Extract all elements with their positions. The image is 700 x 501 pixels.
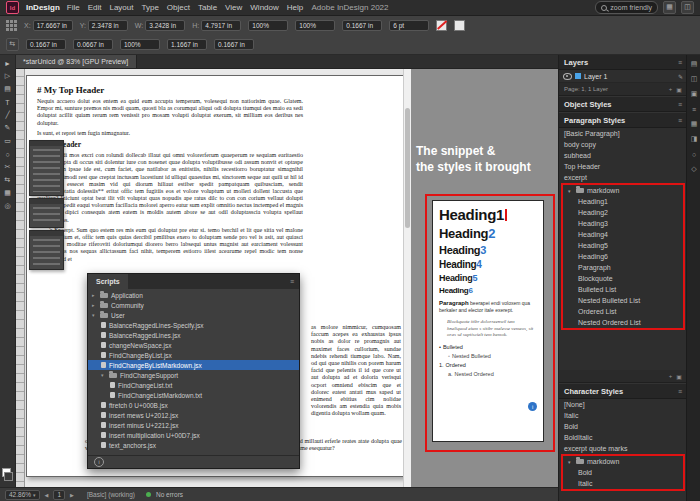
visibility-eye-icon[interactable] xyxy=(563,73,572,80)
paragraph-style-bulleted-list[interactable]: Bulleted List xyxy=(563,284,683,295)
stroke-panel-icon[interactable]: ≡ xyxy=(689,104,699,114)
opacity-field[interactable]: 100% xyxy=(120,39,160,50)
scripts-panel-tab[interactable]: Scripts xyxy=(88,274,128,289)
paragraph-style-nested-ordered-list[interactable]: Nested Ordered List xyxy=(563,317,683,328)
stroke-swatch-icon[interactable] xyxy=(454,20,465,31)
stroke-swatch[interactable] xyxy=(4,472,13,481)
selection-tool-icon[interactable]: ► xyxy=(2,58,13,68)
paragraph-style-heading6[interactable]: Heading6 xyxy=(563,251,683,262)
panel-menu-icon[interactable]: ≡ xyxy=(678,101,682,108)
page-prev-button[interactable]: ◀ xyxy=(45,492,49,498)
gradient-tool-icon[interactable]: ▦ xyxy=(2,188,13,198)
zoom-level-select[interactable]: 42.86% ▾ xyxy=(5,490,40,500)
document-tab[interactable]: *starUnicd @ 83% [GPU Preview] xyxy=(15,54,137,68)
script-item-findchangelist-txt[interactable]: FindChangeList.txt xyxy=(88,380,299,390)
layers-panel-tab[interactable]: Layers xyxy=(564,58,588,67)
disclosure-icon[interactable]: ▾ xyxy=(568,188,573,194)
character-style-italic[interactable]: Italic xyxy=(563,478,683,489)
collapsed-panel-stub-3[interactable] xyxy=(29,230,64,270)
panel-menu-icon[interactable]: ≡ xyxy=(678,117,682,124)
character-style-markdown[interactable]: ▾markdown xyxy=(563,456,683,467)
page-next-button[interactable]: ▶ xyxy=(70,492,74,498)
paragraph-style-subhead[interactable]: subhead xyxy=(559,150,687,161)
character-styles-panel-tab[interactable]: Character Styles xyxy=(564,387,623,396)
line-tool-icon[interactable]: ╱ xyxy=(2,110,13,120)
script-item-findchangebylist-jsx[interactable]: FindChangeByList.jsx xyxy=(88,350,299,360)
search-box[interactable]: zoom friendly xyxy=(595,1,658,14)
x-position-field[interactable]: 17.6667 in xyxy=(33,20,73,31)
script-item-findchangebylistmarkdown-jsx[interactable]: FindChangeByListMarkdown.jsx xyxy=(88,360,299,370)
ellipse-tool-icon[interactable]: ○ xyxy=(2,149,13,159)
links-panel-icon[interactable]: ▣ xyxy=(689,89,699,99)
scale-x-field[interactable]: 100% xyxy=(248,20,288,31)
script-item-user[interactable]: ▾User xyxy=(88,310,299,320)
paragraph-style-blockquote[interactable]: Blockquote xyxy=(563,273,683,284)
script-item-community[interactable]: ▸Community xyxy=(88,300,299,310)
panel-menu-icon[interactable]: ≡ xyxy=(285,278,299,285)
character-style-bolditalic[interactable]: BoldItalic xyxy=(559,432,687,443)
column-width-field[interactable]: 1.1667 in xyxy=(167,39,207,50)
y-position-field[interactable]: 2.3478 in xyxy=(88,20,128,31)
script-item-text-anchors-jsx[interactable]: text_anchors.jsx xyxy=(88,440,299,450)
paragraph-style-heading3[interactable]: Heading3 xyxy=(563,218,683,229)
cc-libraries-panel-icon[interactable]: ◇ xyxy=(689,164,699,174)
info-icon[interactable]: i xyxy=(94,457,104,467)
script-item-ftretch-0-u-000b-jsx[interactable]: ftretch 0 U+000B.jsx xyxy=(88,400,299,410)
menu-object[interactable]: Object xyxy=(167,3,190,12)
flip-horizontal-icon[interactable]: ⇆ xyxy=(6,38,19,51)
paragraph-style-body-copy[interactable]: body copy xyxy=(559,139,687,150)
collapsed-panel-stub-1[interactable] xyxy=(29,140,64,196)
menu-window[interactable]: Window xyxy=(250,3,278,12)
object-styles-panel-tab[interactable]: Object Styles xyxy=(564,100,612,109)
stroke-weight-field[interactable]: 6 pt xyxy=(389,20,429,31)
scissors-tool-icon[interactable]: ✂ xyxy=(2,162,13,172)
snippet-text-frame[interactable]: Heading1Heading2Heading3Heading4Heading5… xyxy=(432,200,544,442)
vertical-scrollbar[interactable] xyxy=(403,68,411,487)
paragraph-style-ordered-list[interactable]: Ordered List xyxy=(563,306,683,317)
script-item-insert-mews-u-2012-jsx[interactable]: insert mews U+2012.jsx xyxy=(88,410,299,420)
menu-edit[interactable]: Edit xyxy=(88,3,102,12)
scrollbar-thumb[interactable] xyxy=(405,108,410,228)
page-tool-icon[interactable]: ▤ xyxy=(2,84,13,94)
character-style-italic[interactable]: Italic xyxy=(559,410,687,421)
paragraph-style-excerpt[interactable]: excerpt xyxy=(559,172,687,183)
paragraph-style-markdown[interactable]: ▾markdown xyxy=(563,185,683,196)
character-style-bold[interactable]: Bold xyxy=(563,467,683,478)
pen-tool-icon[interactable]: ✎ xyxy=(2,123,13,133)
panel-menu-icon[interactable]: ≡ xyxy=(678,59,682,66)
paragraph-style-heading1[interactable]: Heading1 xyxy=(563,196,683,207)
paragraph-style-top-header[interactable]: Top Header xyxy=(559,161,687,172)
disclosure-icon[interactable]: ▸ xyxy=(92,302,97,308)
script-item-application[interactable]: ▸Application xyxy=(88,290,299,300)
paragraph-styles-panel-tab[interactable]: Paragraph Styles xyxy=(564,116,625,125)
panel-menu-icon[interactable]: ≡ xyxy=(678,388,682,395)
workspace-icon[interactable]: ▦ xyxy=(663,1,676,14)
corner-radius-field[interactable]: 0.1667 in xyxy=(342,20,382,31)
script-item-insert-minus-u-2212-jsx[interactable]: insert minus U+2212.jsx xyxy=(88,420,299,430)
menu-table[interactable]: Table xyxy=(198,3,217,12)
color-panel-icon[interactable]: ▦ xyxy=(689,119,699,129)
zoom-tool-icon[interactable]: ◎ xyxy=(2,201,13,211)
swatches-panel-icon[interactable]: ◨ xyxy=(689,134,699,144)
character-style-excerpt-quote-marks[interactable]: excerpt quote marks xyxy=(559,443,687,454)
paragraph-style-basic-paragraph[interactable]: [Basic Paragraph] xyxy=(559,128,687,139)
menu-type[interactable]: Type xyxy=(142,3,159,12)
character-style-none[interactable]: [None] xyxy=(559,399,687,410)
layers-panel-icon[interactable]: ◫ xyxy=(689,74,699,84)
menu-help[interactable]: Help xyxy=(287,3,303,12)
disclosure-icon[interactable]: ▸ xyxy=(92,292,97,298)
script-item-changenewspace-jsx[interactable]: changeNewSpace.jsx xyxy=(88,340,299,350)
offset-bottom-field[interactable]: 0.0667 in xyxy=(73,39,113,50)
fill-stroke-swatches[interactable] xyxy=(2,468,13,481)
publish-icon[interactable]: ◫ xyxy=(681,1,694,14)
new-style-icon[interactable]: + xyxy=(669,373,673,380)
preflight-profile[interactable]: [Basic] (working) xyxy=(87,491,135,498)
paragraph-style-heading4[interactable]: Heading4 xyxy=(563,229,683,240)
disclosure-icon[interactable]: ▾ xyxy=(568,459,573,465)
gutter-field[interactable]: 0.1667 in xyxy=(214,39,254,50)
offset-top-field[interactable]: 0.1667 in xyxy=(26,39,66,50)
page-number-field[interactable]: 1 xyxy=(53,490,65,500)
vertical-ruler[interactable] xyxy=(15,68,25,487)
paragraph-style-paragraph[interactable]: Paragraph xyxy=(563,262,683,273)
menu-view[interactable]: View xyxy=(225,3,242,12)
